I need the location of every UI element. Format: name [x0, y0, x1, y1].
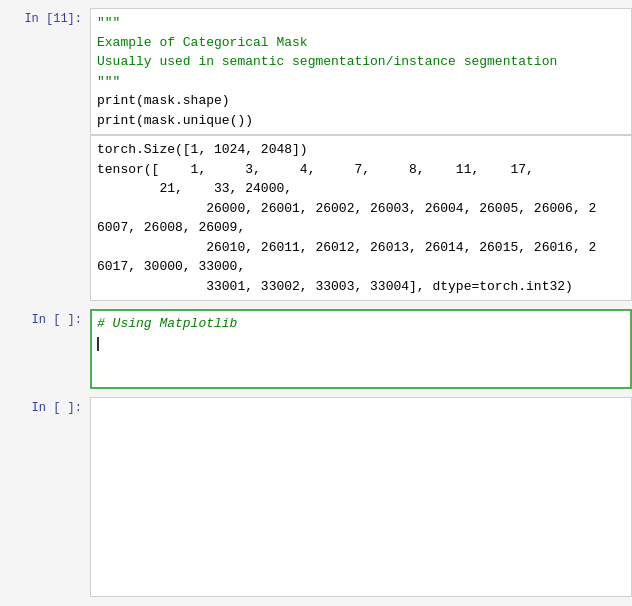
cell-empty-code[interactable]	[90, 397, 632, 597]
cell-empty: In [ ]:	[0, 397, 632, 597]
output-11-label	[0, 135, 90, 301]
cell-11-output: torch.Size([1, 1024, 2048]) tensor([ 1, …	[0, 135, 632, 301]
cell-11-code[interactable]: """ Example of Categorical Mask Usually …	[90, 8, 632, 135]
cell-active-code[interactable]: # Using Matplotlib	[90, 309, 632, 389]
cell-active-label: In [ ]:	[0, 309, 90, 327]
cell-empty-label: In [ ]:	[0, 397, 90, 415]
cell-11-label: In [11]:	[0, 8, 90, 26]
output-11-content: torch.Size([1, 1024, 2048]) tensor([ 1, …	[90, 135, 632, 301]
cell-11: In [11]: """ Example of Categorical Mask…	[0, 8, 632, 135]
notebook: In [11]: """ Example of Categorical Mask…	[0, 0, 632, 606]
cell-active: In [ ]: # Using Matplotlib	[0, 309, 632, 389]
